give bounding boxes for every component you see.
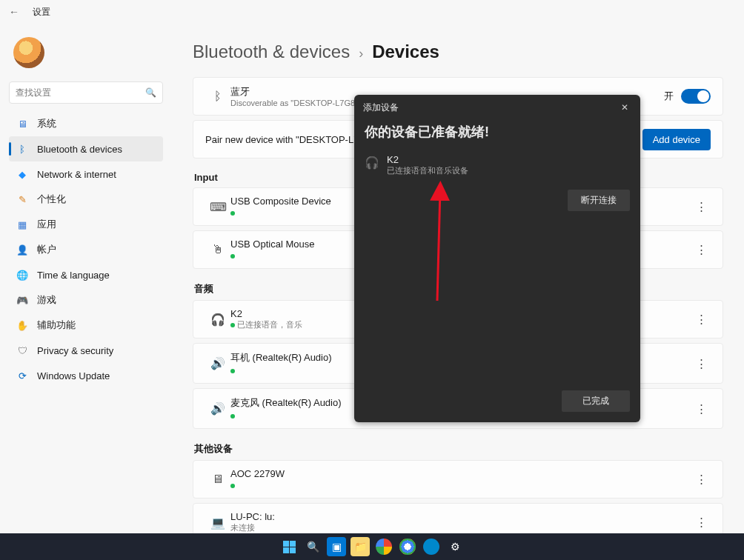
more-icon[interactable]: ⋮ xyxy=(693,402,711,416)
sidebar-item-0[interactable]: 🖥系统 xyxy=(9,111,163,136)
chevron-right-icon: › xyxy=(359,46,363,61)
toggle-label: 开 xyxy=(664,90,674,103)
file-explorer-icon[interactable]: 📁 xyxy=(351,537,370,556)
status-dot xyxy=(230,211,235,216)
section-heading-other: 其他设备 xyxy=(194,442,723,456)
sidebar: 查找设置 🔍 🖥系统ᛒBluetooth & devices◆Network &… xyxy=(0,24,172,533)
titlebar: ← 设置 xyxy=(0,0,744,24)
status-dot xyxy=(230,369,235,373)
nav-icon: 🖥 xyxy=(16,119,28,130)
back-icon[interactable]: ← xyxy=(9,6,19,18)
breadcrumb-current: Devices xyxy=(372,41,439,62)
disconnect-button[interactable]: 断开连接 xyxy=(568,190,630,211)
search-input[interactable]: 查找设置 🔍 xyxy=(9,81,163,104)
nav-icon: ◆ xyxy=(16,169,28,180)
device-title: AOC 2279W xyxy=(230,468,693,479)
more-icon[interactable]: ⋮ xyxy=(693,357,711,370)
sidebar-item-label: Windows Update xyxy=(37,370,110,381)
headset-icon: 🎧 xyxy=(365,154,379,176)
avatar[interactable] xyxy=(13,37,44,68)
status-dot xyxy=(230,414,235,419)
modal-device-sub: 已连接语音和音乐设备 xyxy=(387,165,468,176)
modal-title: 你的设备已准备就绪! xyxy=(354,119,640,154)
device-sub: 未连接 xyxy=(230,522,693,533)
device-icon: 🔊 xyxy=(205,401,230,416)
taskbar-app-2[interactable] xyxy=(398,537,417,556)
sidebar-item-7[interactable]: 🎮游戏 xyxy=(9,287,163,313)
nav-icon: 👤 xyxy=(16,244,28,256)
sidebar-item-3[interactable]: ✎个性化 xyxy=(9,187,163,212)
more-icon[interactable]: ⋮ xyxy=(693,200,711,213)
device-card[interactable]: 💻LU-PC: lu:未连接⋮ xyxy=(193,503,723,533)
sidebar-item-label: 个性化 xyxy=(37,193,66,206)
breadcrumb: Bluetooth & devices › Devices xyxy=(193,41,723,62)
device-icon: 🔊 xyxy=(205,356,230,370)
bluetooth-icon: ᛒ xyxy=(205,90,230,103)
more-icon[interactable]: ⋮ xyxy=(693,473,711,486)
taskbar-app-1[interactable] xyxy=(374,537,393,556)
sidebar-item-label: 辅助功能 xyxy=(37,319,76,332)
sidebar-item-label: 应用 xyxy=(37,218,56,231)
nav-icon: 🛡 xyxy=(16,345,28,356)
nav-icon: 🌐 xyxy=(16,270,28,281)
taskbar: 🔍 ▣ 📁 ⚙ xyxy=(0,533,744,560)
status-dot xyxy=(230,254,235,259)
device-icon: 🎧 xyxy=(205,313,230,327)
sidebar-item-label: Privacy & security xyxy=(37,345,113,356)
device-icon: 🖥 xyxy=(205,473,230,486)
sidebar-item-8[interactable]: ✋辅助功能 xyxy=(9,313,163,338)
device-icon: 💻 xyxy=(205,516,230,530)
search-icon: 🔍 xyxy=(145,87,156,98)
sidebar-item-5[interactable]: 👤帐户 xyxy=(9,237,163,262)
device-icon: 🖱 xyxy=(205,243,230,256)
device-card[interactable]: 🖥AOC 2279W⋮ xyxy=(193,460,723,499)
search-placeholder: 查找设置 xyxy=(16,87,51,99)
sidebar-item-9[interactable]: 🛡Privacy & security xyxy=(9,338,163,363)
titlebar-label: 设置 xyxy=(33,6,50,19)
modal-header-label: 添加设备 xyxy=(363,101,399,114)
add-device-modal: 添加设备 ✕ 你的设备已准备就绪! 🎧 K2 已连接语音和音乐设备 断开连接 已… xyxy=(354,95,640,422)
modal-device-row: 🎧 K2 已连接语音和音乐设备 xyxy=(354,154,640,176)
sidebar-item-label: Bluetooth & devices xyxy=(37,144,122,155)
sidebar-item-label: 帐户 xyxy=(37,243,56,256)
add-device-button[interactable]: Add device xyxy=(642,129,711,150)
sidebar-item-label: Time & language xyxy=(37,270,110,281)
settings-window: ← 设置 查找设置 🔍 🖥系统ᛒBluetooth & devices◆Netw… xyxy=(0,0,744,533)
taskbar-app-3[interactable] xyxy=(422,537,441,556)
sidebar-item-1[interactable]: ᛒBluetooth & devices xyxy=(9,136,163,161)
sidebar-item-6[interactable]: 🌐Time & language xyxy=(9,262,163,287)
sidebar-item-label: Network & internet xyxy=(37,169,116,180)
nav-icon: ᛒ xyxy=(16,144,28,155)
device-icon: ⌨ xyxy=(205,200,230,214)
close-icon[interactable]: ✕ xyxy=(617,99,633,116)
more-icon[interactable]: ⋮ xyxy=(693,313,711,326)
sidebar-item-10[interactable]: ⟳Windows Update xyxy=(9,363,163,388)
done-button[interactable]: 已完成 xyxy=(562,390,630,412)
start-button[interactable] xyxy=(279,537,299,556)
bluetooth-toggle[interactable] xyxy=(681,89,711,104)
nav-icon: ⟳ xyxy=(16,370,28,381)
task-view-icon[interactable]: ▣ xyxy=(327,537,346,556)
sidebar-item-2[interactable]: ◆Network & internet xyxy=(9,161,163,187)
status-dot xyxy=(230,484,235,488)
more-icon[interactable]: ⋮ xyxy=(693,516,711,529)
device-title: LU-PC: lu: xyxy=(230,511,693,522)
nav-icon: ▦ xyxy=(16,219,28,230)
sidebar-item-label: 游戏 xyxy=(37,293,56,307)
sidebar-item-label: 系统 xyxy=(37,117,56,130)
modal-device-name: K2 xyxy=(387,154,468,165)
sidebar-item-4[interactable]: ▦应用 xyxy=(9,212,163,237)
nav-icon: ✋ xyxy=(16,320,28,331)
nav-icon: ✎ xyxy=(16,194,28,205)
breadcrumb-parent[interactable]: Bluetooth & devices xyxy=(193,41,350,62)
more-icon[interactable]: ⋮ xyxy=(693,243,711,256)
taskbar-search-icon[interactable]: 🔍 xyxy=(303,537,322,556)
nav-icon: 🎮 xyxy=(16,295,28,306)
taskbar-settings-icon[interactable]: ⚙ xyxy=(445,537,465,556)
